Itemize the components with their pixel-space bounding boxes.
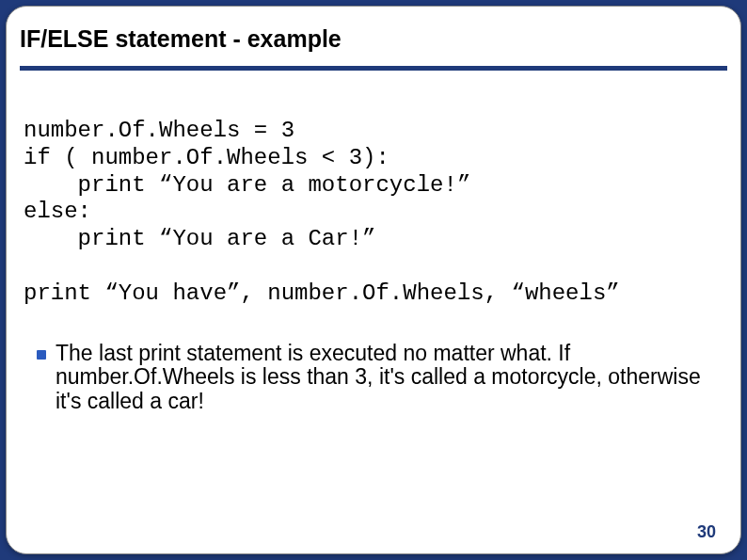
- body-block: The last print statement is executed no …: [24, 342, 723, 414]
- page-number: 30: [697, 522, 716, 542]
- content-area: number.Of.Wheels = 3 if ( number.Of.Whee…: [7, 80, 740, 414]
- slide-frame: IF/ELSE statement - example number.Of.Wh…: [6, 6, 741, 554]
- title-divider: [20, 66, 727, 71]
- bullet-icon: [37, 350, 46, 360]
- title-area: IF/ELSE statement - example: [7, 7, 740, 80]
- code-block: number.Of.Wheels = 3 if ( number.Of.Whee…: [24, 118, 723, 308]
- body-text: The last print statement is executed no …: [56, 342, 714, 414]
- slide-title: IF/ELSE statement - example: [20, 25, 727, 53]
